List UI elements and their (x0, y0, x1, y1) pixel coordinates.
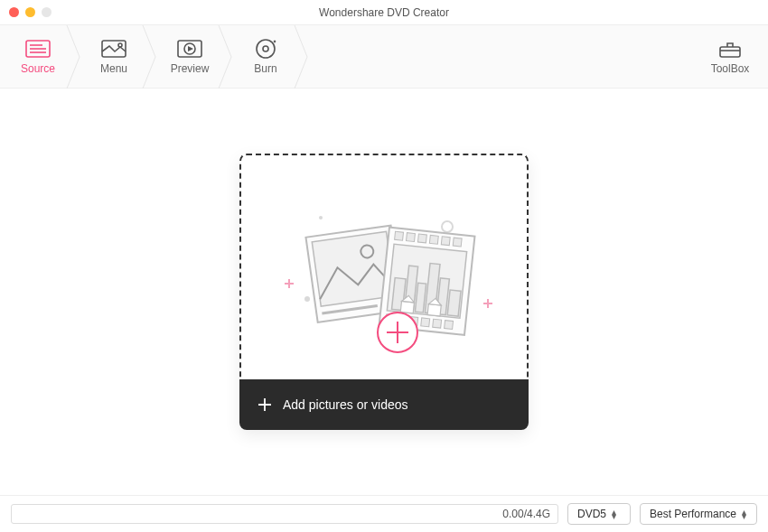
disc-type-value: DVD5 (577, 508, 606, 520)
svg-rect-44 (447, 290, 461, 316)
plus-icon (256, 396, 274, 414)
main-area: Add pictures or videos (0, 89, 768, 495)
burn-icon (252, 39, 279, 59)
svg-point-19 (442, 221, 453, 232)
step-bar: Source Menu Preview Burn ToolBox (0, 25, 768, 89)
title-bar: Wondershare DVD Creator (0, 0, 768, 25)
svg-rect-37 (433, 319, 442, 328)
dropzone-canvas[interactable] (239, 154, 529, 379)
source-icon (24, 39, 52, 59)
toolbox-button[interactable]: ToolBox (692, 25, 768, 88)
svg-rect-36 (421, 318, 430, 327)
svg-rect-29 (417, 234, 426, 243)
svg-rect-31 (441, 237, 450, 246)
step-burn[interactable]: Burn (228, 25, 304, 88)
svg-rect-27 (395, 231, 404, 240)
step-label: Menu (100, 62, 127, 75)
step-source[interactable]: Source (0, 25, 76, 88)
dropzone: Add pictures or videos (239, 154, 529, 430)
svg-point-9 (257, 40, 275, 58)
svg-rect-28 (407, 233, 416, 242)
add-media-button[interactable]: Add pictures or videos (239, 379, 529, 430)
close-icon[interactable] (9, 7, 19, 17)
capacity-text: 0.00/4.4G (502, 508, 550, 520)
stepper-icon: ▴▾ (742, 509, 746, 518)
step-menu[interactable]: Menu (76, 25, 152, 88)
preview-icon (176, 39, 203, 59)
quality-value: Best Performance (650, 508, 736, 520)
svg-rect-11 (720, 47, 740, 57)
disc-type-select[interactable]: DVD5 ▴▾ (567, 503, 631, 525)
svg-marker-8 (188, 46, 193, 51)
svg-point-5 (118, 43, 122, 47)
step-label: Preview (171, 62, 210, 75)
svg-rect-47 (427, 304, 441, 316)
toolbox-label: ToolBox (711, 62, 750, 75)
quality-select[interactable]: Best Performance ▴▾ (640, 503, 757, 525)
capacity-meter: 0.00/4.4G (11, 504, 558, 524)
svg-rect-45 (400, 301, 414, 313)
minimize-icon[interactable] (25, 7, 35, 17)
step-preview[interactable]: Preview (152, 25, 228, 88)
svg-point-10 (263, 46, 268, 51)
svg-rect-30 (429, 235, 438, 244)
window-controls (9, 7, 52, 17)
svg-rect-32 (453, 238, 462, 247)
menu-icon (100, 39, 127, 59)
stepper-icon: ▴▾ (612, 509, 616, 518)
step-label: Burn (254, 62, 276, 75)
svg-point-17 (319, 216, 323, 219)
media-placeholder-icon (267, 177, 501, 358)
window-title: Wondershare DVD Creator (319, 6, 449, 19)
step-label: Source (21, 62, 55, 75)
footer-bar: 0.00/4.4G DVD5 ▴▾ Best Performance ▴▾ (0, 495, 768, 532)
maximize-icon (42, 7, 52, 17)
svg-point-18 (304, 296, 310, 302)
toolbox-icon (716, 39, 744, 59)
add-media-label: Add pictures or videos (283, 397, 408, 412)
stepbar-spacer (304, 25, 692, 88)
svg-rect-38 (445, 321, 454, 330)
